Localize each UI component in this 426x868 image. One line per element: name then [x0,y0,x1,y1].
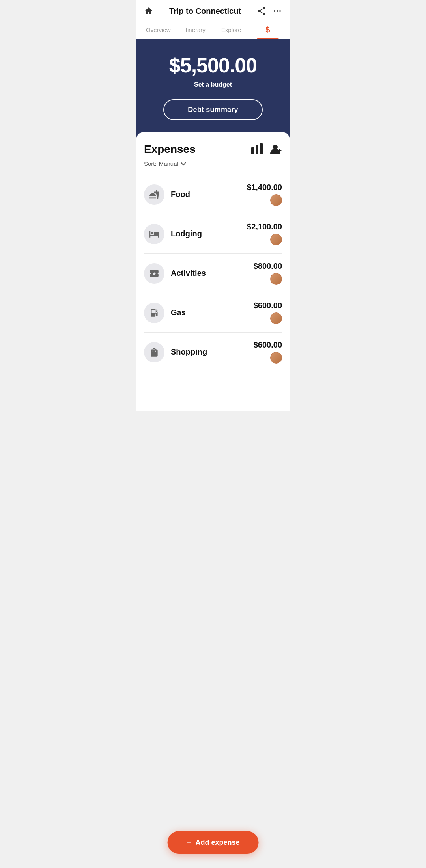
sort-dropdown-button[interactable] [181,162,186,166]
gas-pump-icon [149,308,159,318]
debt-summary-button[interactable]: Debt summary [163,99,262,120]
ticket-icon [149,268,159,279]
add-person-button[interactable] [270,143,282,156]
expense-item-shopping[interactable]: Shopping $600.00 [144,333,282,372]
bar-chart-icon [251,143,263,154]
svg-rect-3 [251,147,254,154]
shopping-right: $600.00 [254,340,282,364]
gas-label: Gas [171,308,254,317]
tab-explore[interactable]: Explore [213,20,250,39]
food-icon-wrap [144,184,164,205]
svg-rect-5 [260,143,263,154]
activities-amount: $800.00 [254,262,282,271]
lodging-label: Lodging [171,229,247,238]
header-action-icons [257,6,282,16]
page-title: Trip to Connecticut [169,7,241,16]
nav-tabs: Overview Itinerary Explore $ [136,20,290,39]
activities-right: $800.00 [254,262,282,285]
svg-rect-9 [277,150,282,151]
budget-amount: $5,500.00 [144,54,282,77]
svg-rect-4 [256,145,258,154]
share-icon [257,6,266,16]
chevron-down-icon [181,162,186,166]
food-amount: $1,400.00 [247,183,282,192]
expense-list: Food $1,400.00 Lodging $2,100.00 [144,175,282,372]
expense-item-gas[interactable]: Gas $600.00 [144,293,282,333]
lodging-icon-wrap [144,224,164,244]
gas-amount: $600.00 [254,301,282,310]
shopping-avatar [270,352,282,364]
svg-point-1 [277,10,278,12]
bar-chart-button[interactable] [251,143,263,156]
sort-label: Sort: [144,160,157,167]
app-header: Trip to Connecticut [136,0,290,20]
activities-avatar [270,273,282,285]
tab-budget[interactable]: $ [250,20,286,39]
expenses-title: Expenses [144,143,196,156]
lodging-right: $2,100.00 [247,222,282,245]
gas-avatar [270,312,282,324]
bed-icon [149,229,159,239]
add-person-icon [270,143,282,154]
more-options-icon [273,6,282,16]
shopping-amount: $600.00 [254,340,282,349]
expenses-header: Expenses [144,143,282,156]
expense-item-activities[interactable]: Activities $800.00 [144,254,282,293]
budget-hero: $5,500.00 Set a budget Debt summary [136,39,290,139]
gas-icon-wrap [144,303,164,323]
share-button[interactable] [257,6,266,16]
shopping-bag-icon [149,347,159,357]
tab-itinerary[interactable]: Itinerary [177,20,213,39]
sort-row: Sort: Manual [144,160,282,167]
shopping-label: Shopping [171,348,254,357]
food-right: $1,400.00 [247,183,282,206]
activities-icon-wrap [144,263,164,284]
gas-right: $600.00 [254,301,282,324]
activities-label: Activities [171,269,254,278]
expenses-section: Expenses [136,132,290,411]
svg-point-2 [279,10,281,12]
expense-item-lodging[interactable]: Lodging $2,100.00 [144,214,282,254]
svg-rect-6 [251,154,263,154]
expenses-actions [251,143,282,156]
sort-value: Manual [159,160,178,167]
svg-point-0 [274,10,275,12]
app-container: Trip to Connecticut Overview Itinerary E… [136,0,290,411]
food-label: Food [171,190,247,199]
food-avatar [270,194,282,206]
more-options-button[interactable] [273,6,282,16]
lodging-amount: $2,100.00 [247,222,282,231]
tab-overview[interactable]: Overview [140,20,177,39]
expense-item-food[interactable]: Food $1,400.00 [144,175,282,214]
set-budget-label: Set a budget [144,81,282,88]
home-icon [144,6,153,16]
fork-knife-icon [149,190,159,200]
home-button[interactable] [144,6,153,16]
shopping-icon-wrap [144,342,164,362]
lodging-avatar [270,234,282,245]
